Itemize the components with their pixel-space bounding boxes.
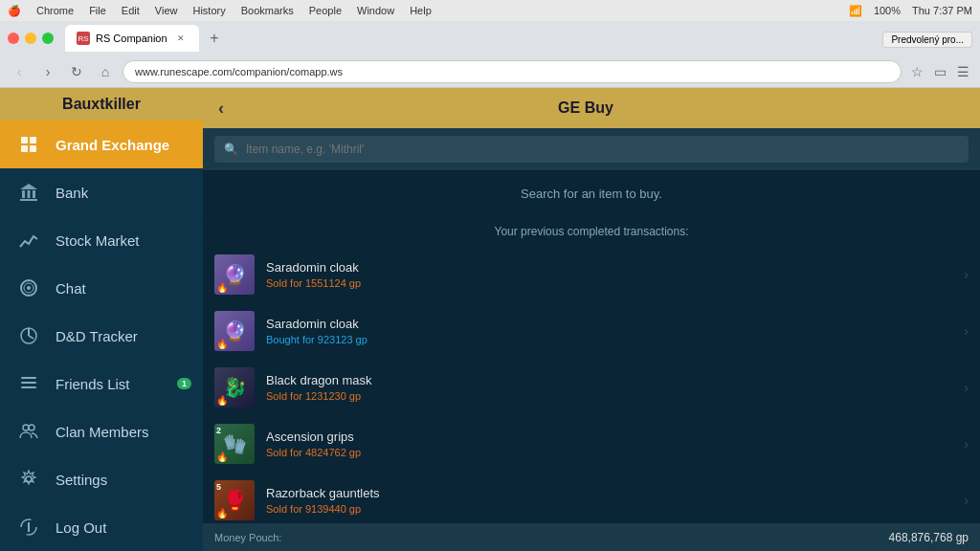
price-action: Sold for: [266, 503, 302, 515]
help-menu[interactable]: Help: [410, 5, 432, 17]
sidebar-item-chat[interactable]: Chat: [0, 264, 203, 312]
item-image: 5 🥊 🔥: [214, 480, 255, 520]
svg-rect-6: [28, 190, 31, 198]
svg-rect-1: [30, 137, 36, 143]
bookmark-icon[interactable]: ☆: [907, 64, 926, 79]
transaction-row[interactable]: 🔮 🔥 Saradomin cloak Bought for 923123 gp…: [203, 303, 980, 360]
sidebar: Bauxtkiller Grand Exchange: [0, 88, 203, 551]
edit-menu[interactable]: Edit: [122, 5, 140, 17]
item-name: Saradomin cloak: [266, 317, 952, 331]
transaction-row[interactable]: 🐉 🔥 Black dragon mask Sold for 1231230 g…: [203, 360, 980, 416]
transaction-info: Saradomin cloak Bought for 923123 gp: [266, 317, 952, 345]
transaction-row[interactable]: 5 🥊 🔥 Razorback gauntlets Sold for 91394…: [203, 473, 980, 522]
row-chevron-icon: ›: [964, 267, 969, 282]
transaction-info: Ascension grips Sold for 4824762 gp: [266, 430, 952, 458]
mac-menu-items: 🍎 Chrome File Edit View History Bookmark…: [8, 5, 432, 17]
tab-list: RS RS Companion ✕ +: [65, 25, 879, 52]
svg-rect-2: [21, 145, 28, 152]
transaction-row[interactable]: 🔮 🔥 Saradomin cloak Sold for 1551124 gp …: [203, 247, 980, 303]
fire-icon: 🔥: [216, 339, 228, 349]
bookmarks-menu[interactable]: Bookmarks: [241, 5, 294, 17]
item-quantity: 2: [216, 426, 221, 435]
sidebar-item-label-settings: Settings: [56, 472, 107, 488]
sidebar-item-dd-tracker[interactable]: D&D Tracker: [0, 312, 203, 360]
chrome-menu-icon[interactable]: ☰: [953, 64, 972, 79]
bank-icon: [15, 182, 42, 203]
profile-button[interactable]: Predvolený pro...: [882, 32, 972, 48]
sidebar-item-grand-exchange[interactable]: Grand Exchange: [0, 121, 203, 168]
window-menu[interactable]: Window: [357, 5, 394, 17]
address-input[interactable]: [122, 60, 902, 83]
search-icon: 🔍: [224, 143, 238, 156]
wifi-icon: 📶: [849, 5, 862, 17]
file-menu[interactable]: File: [89, 5, 106, 17]
history-menu[interactable]: History: [192, 5, 225, 17]
svg-rect-8: [20, 199, 37, 201]
sidebar-toggle-icon[interactable]: ▭: [930, 64, 949, 79]
reload-button[interactable]: ↻: [65, 60, 88, 83]
sidebar-item-label-grand-exchange: Grand Exchange: [56, 137, 169, 153]
new-tab-button[interactable]: +: [203, 27, 226, 50]
item-name: Ascension grips: [266, 430, 952, 444]
home-button[interactable]: ⌂: [94, 60, 117, 83]
sidebar-item-label-stock-market: Stock Market: [56, 232, 140, 249]
sidebar-item-friends-list[interactable]: Friends List 1: [0, 360, 203, 408]
chrome-menu[interactable]: Chrome: [36, 5, 74, 17]
svg-rect-16: [21, 382, 36, 384]
sidebar-item-label-dd-tracker: D&D Tracker: [56, 328, 138, 344]
address-bar-actions: ☆ ▭ ☰: [907, 64, 972, 79]
transaction-info: Saradomin cloak Sold for 1551124 gp: [266, 260, 952, 289]
close-window-button[interactable]: [8, 33, 19, 44]
back-nav-button[interactable]: ‹: [8, 60, 31, 83]
svg-rect-3: [30, 145, 36, 152]
sidebar-item-label-chat: Chat: [56, 280, 86, 297]
address-bar-row: ‹ › ↻ ⌂ ☆ ▭ ☰: [0, 55, 980, 88]
mac-menu-bar: 🍎 Chrome File Edit View History Bookmark…: [0, 0, 980, 21]
money-pouch-footer: Money Pouch: 468,876,768 gp: [203, 522, 980, 551]
item-image: 🔮 🔥: [214, 254, 255, 295]
forward-nav-button[interactable]: ›: [36, 60, 59, 83]
transactions-list: 🔮 🔥 Saradomin cloak Sold for 1551124 gp …: [203, 247, 980, 522]
transaction-info: Black dragon mask Sold for 1231230 gp: [266, 373, 952, 402]
content-header: ‹ GE Buy: [203, 88, 980, 128]
mac-status-bar: 📶 100% Thu 7:37 PM: [849, 5, 972, 17]
sidebar-item-stock-market[interactable]: Stock Market: [0, 216, 203, 264]
tab-close-button[interactable]: ✕: [174, 32, 188, 45]
clock: Thu 7:37 PM: [912, 5, 972, 16]
fire-icon: 🔥: [216, 508, 228, 518]
row-chevron-icon: ›: [964, 380, 969, 395]
fire-icon: 🔥: [216, 452, 228, 462]
item-price: Sold for 4824762 gp: [266, 447, 952, 458]
people-menu[interactable]: People: [309, 5, 342, 17]
chat-icon: [15, 277, 42, 298]
search-input[interactable]: [246, 136, 959, 163]
row-chevron-icon: ›: [964, 436, 969, 452]
sidebar-item-label-log-out: Log Out: [56, 519, 106, 536]
svg-rect-17: [21, 386, 36, 388]
view-menu[interactable]: View: [155, 5, 178, 17]
battery-indicator: 100%: [874, 5, 901, 16]
friends-list-icon: [15, 373, 42, 394]
sidebar-item-bank[interactable]: Bank: [0, 168, 203, 216]
minimize-window-button[interactable]: [25, 33, 36, 44]
active-tab[interactable]: RS RS Companion ✕: [65, 25, 199, 52]
dd-tracker-icon: [15, 325, 42, 346]
sidebar-item-log-out[interactable]: Log Out: [0, 503, 203, 551]
apple-menu[interactable]: 🍎: [8, 5, 21, 17]
item-name: Black dragon mask: [266, 373, 952, 387]
maximize-window-button[interactable]: [42, 33, 54, 44]
traffic-lights: [8, 33, 54, 44]
back-button[interactable]: ‹: [218, 99, 224, 119]
fire-icon: 🔥: [216, 395, 228, 406]
svg-rect-7: [33, 190, 35, 198]
item-image: 2 🧤 🔥: [214, 424, 255, 464]
search-bar: 🔍: [203, 128, 980, 171]
row-chevron-icon: ›: [964, 323, 969, 339]
sidebar-item-clan-members[interactable]: Clan Members: [0, 408, 203, 455]
money-pouch-label: Money Pouch:: [214, 532, 281, 543]
svg-marker-4: [20, 184, 37, 189]
sidebar-item-label-bank: Bank: [56, 185, 88, 201]
transaction-row[interactable]: 2 🧤 🔥 Ascension grips Sold for 4824762 g…: [203, 416, 980, 473]
sidebar-item-settings[interactable]: Settings: [0, 455, 203, 503]
clan-members-icon: [15, 421, 42, 442]
